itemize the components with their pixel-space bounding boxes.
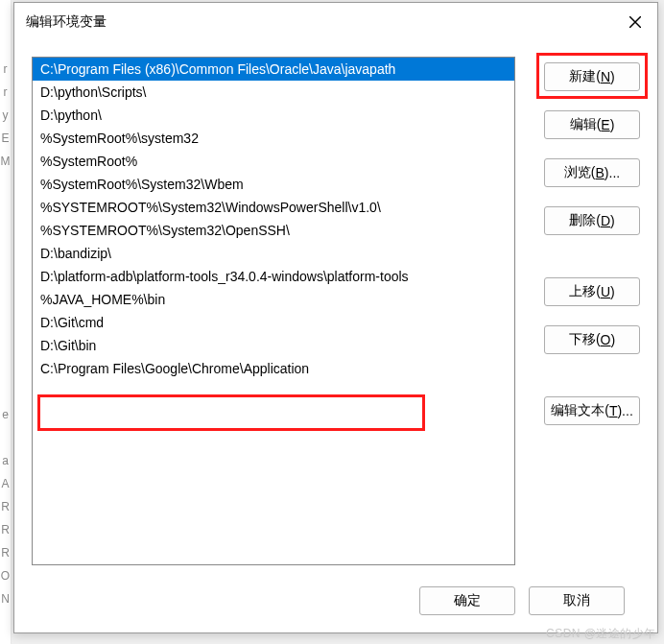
list-item[interactable]: D:\Git\bin xyxy=(33,334,514,357)
button-label: 编辑文本( xyxy=(551,402,609,419)
button-label: 浏览( xyxy=(564,164,596,181)
list-item[interactable]: %SystemRoot% xyxy=(33,150,514,173)
delete-button[interactable]: 删除(D) xyxy=(544,206,640,235)
button-hotkey: U xyxy=(601,284,610,299)
edit-button[interactable]: 编辑(E) xyxy=(544,110,640,139)
button-hotkey: T xyxy=(609,403,618,418)
button-label: 上移( xyxy=(569,283,601,300)
button-hotkey: E xyxy=(601,117,609,132)
list-item[interactable]: D:\Git\cmd xyxy=(33,311,514,334)
list-item[interactable]: %JAVA_HOME%\bin xyxy=(33,288,514,311)
button-label: 下移( xyxy=(569,331,601,348)
move-up-button[interactable]: 上移(U) xyxy=(544,277,640,306)
ok-button[interactable]: 确定 xyxy=(419,586,515,615)
dialog-content: C:\Program Files (x86)\Common Files\Orac… xyxy=(14,41,657,632)
list-item[interactable]: D:\python\Scripts\ xyxy=(33,81,514,104)
background-window-edge: rryEM e aARRRON xyxy=(0,0,12,644)
dialog-title: 编辑环境变量 xyxy=(26,13,107,31)
list-item[interactable]: %SystemRoot%\System32\Wbem xyxy=(33,173,514,196)
side-button-column: 新建(N) 编辑(E) 浏览(B)... 删除(D) 上移(U) 下移(O) 编… xyxy=(544,62,640,425)
cancel-button[interactable]: 取消 xyxy=(529,586,625,615)
list-item[interactable]: D:\python\ xyxy=(33,104,514,127)
button-hotkey: D xyxy=(601,213,610,228)
new-button[interactable]: 新建(N) xyxy=(544,62,640,91)
list-item[interactable]: D:\platform-adb\platform-tools_r34.0.4-w… xyxy=(33,265,514,288)
button-label: 编辑( xyxy=(570,116,602,133)
button-hotkey: O xyxy=(601,332,611,347)
button-label: 新建( xyxy=(569,68,601,85)
button-label: 删除( xyxy=(569,212,601,229)
browse-button[interactable]: 浏览(B)... xyxy=(544,158,640,187)
list-item[interactable]: %SYSTEMROOT%\System32\OpenSSH\ xyxy=(33,219,514,242)
button-hotkey: B xyxy=(595,165,604,180)
edit-text-button[interactable]: 编辑文本(T)... xyxy=(544,396,640,425)
list-item[interactable]: %SystemRoot%\system32 xyxy=(33,127,514,150)
close-icon xyxy=(629,16,641,28)
close-button[interactable] xyxy=(613,7,657,37)
dialog-titlebar: 编辑环境变量 xyxy=(14,3,657,41)
list-item[interactable]: C:\Program Files (x86)\Common Files\Orac… xyxy=(33,58,514,81)
list-item[interactable]: C:\Program Files\Google\Chrome\Applicati… xyxy=(33,357,514,380)
dialog-bottom-buttons: 确定 取消 xyxy=(419,586,625,615)
button-hotkey: N xyxy=(601,69,610,84)
list-item[interactable]: D:\bandizip\ xyxy=(33,242,514,265)
list-item[interactable]: %SYSTEMROOT%\System32\WindowsPowerShell\… xyxy=(33,196,514,219)
edit-environment-variable-dialog: 编辑环境变量 C:\Program Files (x86)\Common Fil… xyxy=(13,2,658,633)
path-listbox[interactable]: C:\Program Files (x86)\Common Files\Orac… xyxy=(32,57,515,565)
move-down-button[interactable]: 下移(O) xyxy=(544,325,640,354)
